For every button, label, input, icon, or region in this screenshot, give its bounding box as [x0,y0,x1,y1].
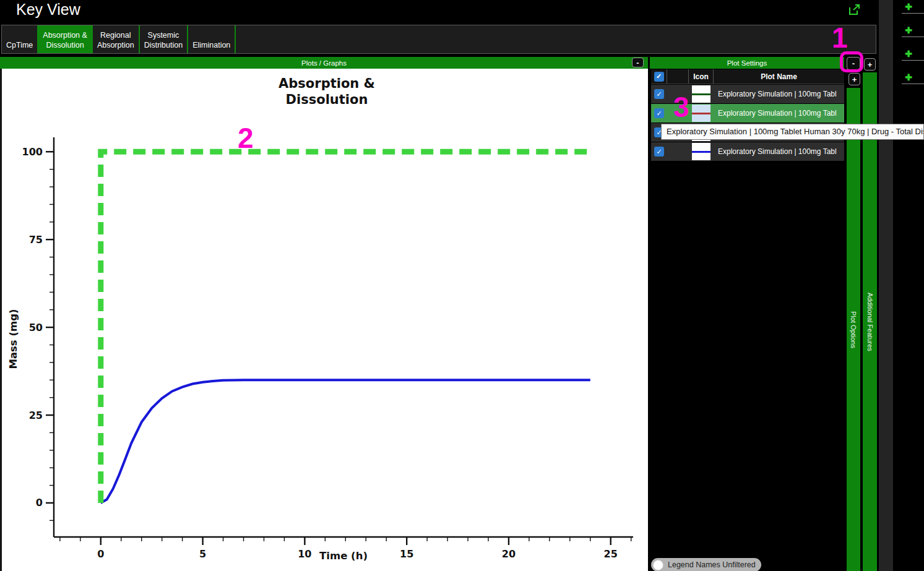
annotation-2: 2 [238,121,254,155]
rail-item: ✚ [893,47,924,71]
row-checkbox[interactable]: ✓ [654,147,664,157]
plot-settings-expand-button[interactable]: + [864,58,876,71]
svg-text:25: 25 [604,548,618,560]
plot-options-bar[interactable]: Plot Options [847,88,860,571]
svg-text:Dissolution: Dissolution [286,92,368,107]
export-icon[interactable] [848,4,861,15]
line-style-swatch[interactable] [692,105,710,122]
tab-regional-absorption[interactable]: Regional Absorption [93,25,140,53]
tab-absorption-dissolution[interactable]: Absorption & Dissolution [38,25,93,53]
additional-features-bar[interactable]: Additional Features [863,72,877,571]
rail-item: ✚ [893,71,924,94]
plot-name-cell: Exploratory Simulation | 100mg Tabl [714,147,844,156]
svg-text:20: 20 [502,548,516,560]
legend-names-toggle[interactable]: Legend Names Unfiltered [651,558,761,571]
rail-item: ✚ [893,24,924,47]
tab-systemic-distribution[interactable]: Systemic Distribution [140,25,189,53]
plot-settings-panel-header: Plot Settings [650,57,844,69]
tab-strip: CpTime Absorption & Dissolution Regional… [1,25,876,54]
table-row[interactable]: ✓ Exploratory Simulation | 100mg Tabl [651,142,844,161]
svg-text:Absorption &: Absorption & [278,76,375,91]
select-all-checkbox[interactable]: ✓ [654,72,664,82]
plot-name-cell: Exploratory Simulation | 100mg Tabl [714,109,844,118]
table-header-blank [667,69,689,84]
svg-text:Time (h): Time (h) [319,550,368,562]
line-sample [692,151,710,153]
add-icon[interactable]: ✚ [893,47,924,59]
absorption-dissolution-chart: 05101520250255075100Absorption &Dissolut… [0,69,648,571]
row-checkbox[interactable]: ✓ [654,108,664,118]
right-divider-strip [879,0,893,571]
divider [902,84,924,84]
annotation-3: 3 [673,90,689,124]
svg-text:25: 25 [29,410,43,421]
table-header-icon: Icon [689,69,714,84]
annotation-1-highlight-box [840,51,863,72]
toggle-knob[interactable] [653,560,663,570]
divider [902,60,924,61]
row-checkbox[interactable]: ✓ [654,89,664,99]
line-sample [692,113,710,114]
plot-settings-add-button[interactable]: + [848,73,860,85]
svg-text:Mass (mg): Mass (mg) [7,309,19,369]
add-icon[interactable]: ✚ [893,24,924,35]
svg-text:5: 5 [199,548,206,560]
add-icon[interactable]: ✚ [893,71,924,82]
svg-text:0: 0 [36,497,43,509]
rail-item: ✚ [893,0,924,24]
table-header-row: ✓ Icon Plot Name [651,69,844,84]
tab-elimination[interactable]: Elimination [188,25,236,53]
title-bar: Key View [0,0,893,25]
divider [902,36,924,37]
toggle-label: Legend Names Unfiltered [668,560,756,569]
line-style-swatch[interactable] [692,85,710,103]
plot-settings-title: Plot Settings [727,59,767,67]
table-header-plot-name: Plot Name [714,69,844,84]
line-style-swatch[interactable] [692,143,710,160]
chart-svg: 05101520250255075100Absorption &Dissolut… [2,69,650,571]
tab-cptime[interactable]: CpTime [2,25,38,53]
plots-collapse-button[interactable]: - [632,58,644,67]
add-icon[interactable]: ✚ [893,0,924,12]
window-title: Key View [16,1,80,19]
line-sample [692,93,710,95]
plot-name-cell: Exploratory Simulation | 100mg Tabl [714,90,844,98]
divider [902,13,924,14]
svg-text:100: 100 [22,146,43,158]
tooltip: Exploratory Simulation | 100mg Tablet Hu… [661,124,924,140]
right-rail: ✚ ✚ ✚ ✚ [893,0,924,571]
svg-text:10: 10 [298,548,311,560]
svg-text:15: 15 [400,548,413,560]
svg-text:75: 75 [29,234,43,246]
plots-graphs-title: Plots / Graphs [301,59,347,67]
plots-graphs-panel-header: Plots / Graphs [0,57,648,69]
annotation-1: 1 [832,21,848,54]
svg-text:0: 0 [97,548,104,560]
svg-text:50: 50 [29,322,43,333]
